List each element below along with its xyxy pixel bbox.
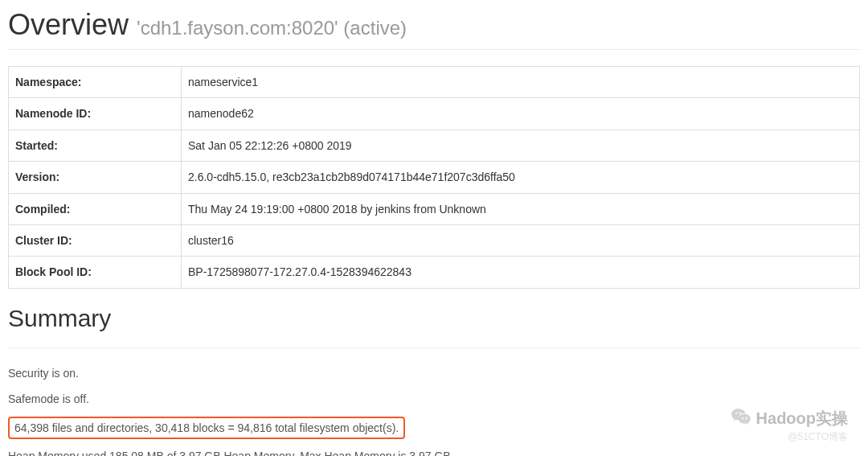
fs-objects-highlight: 64,398 files and directories, 30,418 blo…	[8, 417, 405, 439]
row-value: 2.6.0-cdh5.15.0, re3cb23a1cb2b89d074171b…	[182, 162, 860, 193]
row-label: Block Pool ID:	[9, 257, 182, 288]
table-row: Namespace: nameservice1	[9, 67, 860, 98]
row-value: nameservice1	[182, 67, 860, 98]
summary-header: Summary	[8, 305, 860, 348]
table-row: Cluster ID: cluster16	[9, 224, 860, 256]
row-label: Namespace:	[9, 67, 182, 98]
table-row: Compiled: Thu May 24 19:19:00 +0800 2018…	[9, 193, 860, 224]
row-label: Version:	[9, 162, 182, 193]
watermark-logo-text: Hadoop实操	[756, 408, 848, 429]
overview-header: Overview 'cdh1.fayson.com:8020' (active)	[8, 8, 860, 50]
heap-memory-line: Heap Memory used 185.08 MB of 3.97 GB He…	[8, 447, 860, 456]
watermark-logo: Hadoop实操	[731, 406, 848, 431]
row-value: cluster16	[182, 224, 860, 256]
row-value: namenode62	[182, 98, 860, 129]
table-row: Block Pool ID: BP-1725898077-172.27.0.4-…	[9, 257, 860, 288]
security-status: Security is on.	[8, 364, 860, 382]
title-text: Overview	[8, 8, 129, 41]
summary-heading: Summary	[8, 305, 860, 332]
row-value: BP-1725898077-172.27.0.4-1528394622843	[182, 257, 860, 288]
table-row: Version: 2.6.0-cdh5.15.0, re3cb23a1cb2b8…	[9, 162, 860, 193]
row-label: Compiled:	[9, 193, 182, 224]
table-row: Started: Sat Jan 05 22:12:26 +0800 2019	[9, 129, 860, 161]
row-value: Sat Jan 05 22:12:26 +0800 2019	[182, 129, 860, 161]
overview-table: Namespace: nameservice1 Namenode ID: nam…	[8, 66, 860, 289]
row-label: Namenode ID:	[9, 98, 182, 129]
table-row: Namenode ID: namenode62	[9, 98, 860, 129]
page-title: Overview 'cdh1.fayson.com:8020' (active)	[8, 8, 860, 42]
title-subtext: 'cdh1.fayson.com:8020' (active)	[137, 17, 407, 39]
row-label: Started:	[9, 129, 182, 161]
row-value: Thu May 24 19:19:00 +0800 2018 by jenkin…	[182, 193, 860, 224]
wechat-icon	[731, 406, 751, 431]
row-label: Cluster ID:	[9, 224, 182, 256]
watermark-subtext: @51CTO博客	[788, 430, 848, 444]
